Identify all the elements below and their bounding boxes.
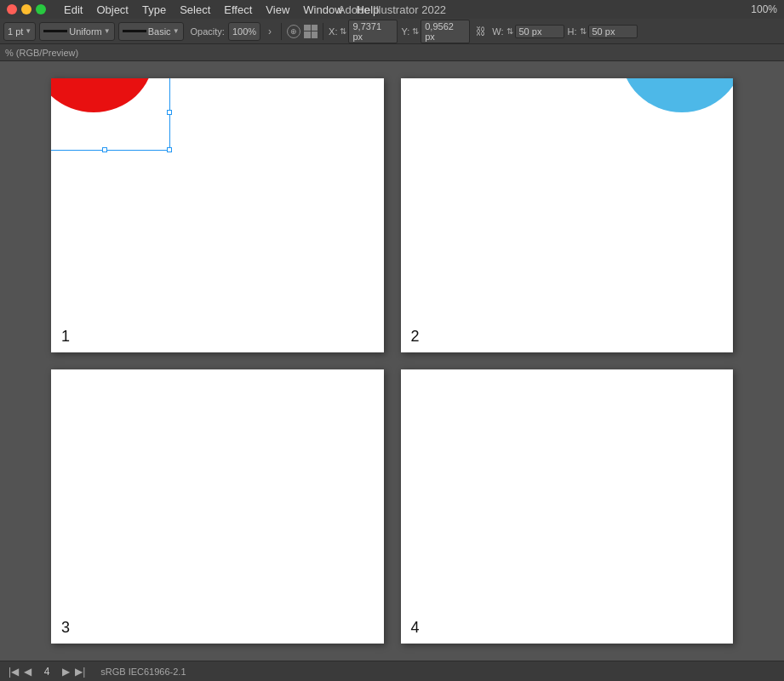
y-label: Y: [401,26,409,37]
stroke-style-label: Basic [148,26,171,37]
artboards-grid: 1 2 3 4 [0,61,784,661]
stroke-weight-value: 1 pt [8,26,23,37]
battery-level: 100% [751,3,777,15]
menu-edit[interactable]: Edit [58,2,89,18]
link-proportions-icon[interactable]: ⛓ [473,26,489,37]
artboard-wrapper-3: 3 [51,369,384,644]
h-value[interactable]: 50 px [588,25,638,38]
artboard-3[interactable]: 3 [51,369,384,644]
stroke-weight-caret: ▼ [25,27,31,35]
color-mode-bar: % (RGB/Preview) [0,44,784,61]
next-page-button[interactable]: ▶ [60,666,72,678]
stroke-style-preview [123,30,146,32]
x-label: X: [329,26,337,37]
status-bar: |◀ ◀ 4 ▶ ▶| sRGB IEC61966-2.1 [0,661,784,681]
stroke-style-control[interactable]: Basic ▼ [118,22,184,41]
opacity-value: 100% [232,26,256,37]
stroke-type-caret: ▼ [104,27,111,35]
color-mode-text: % (RGB/Preview) [5,48,78,58]
artboard-1[interactable]: 1 [51,78,384,352]
menu-object[interactable]: Object [90,2,134,18]
artboard-4-number: 4 [411,619,420,637]
w-coordinate-group: W: ⇅ 50 px [492,25,564,38]
menu-type[interactable]: Type [136,2,172,18]
x-value[interactable]: 9,7371 px [348,20,398,43]
canvas-area[interactable]: 1 2 3 4 [0,61,784,661]
artboard-wrapper-2: 2 [401,78,734,352]
page-navigation: |◀ ◀ 4 ▶ ▶| [7,666,87,678]
stroke-type-label: Uniform [69,26,102,37]
handle-bottom-right[interactable] [167,147,172,152]
x-coordinate-group: X: ⇅ 9,7371 px [329,20,398,43]
color-profile-label: sRGB IEC61966-2.1 [100,667,186,677]
red-semicircle-shape[interactable] [51,78,153,142]
current-page-number[interactable]: 4 [35,666,59,678]
x-increment-icon[interactable]: ⇅ [340,26,346,36]
toolbar: 1 pt ▼ Uniform ▼ Basic ▼ Opacity: 100% ›… [0,19,784,44]
w-increment-icon[interactable]: ⇅ [506,26,513,36]
h-increment-icon[interactable]: ⇅ [580,26,587,36]
handle-middle-right[interactable] [167,110,172,115]
artboard-wrapper-1: 1 [51,78,384,352]
menu-effect[interactable]: Effect [218,2,258,18]
title-bar: Edit Object Type Select Effect View Wind… [0,0,784,19]
w-label: W: [492,26,503,37]
menu-help[interactable]: Help [351,2,386,18]
prev-page-button[interactable]: ◀ [22,666,33,678]
opacity-control[interactable]: 100% [228,22,260,41]
title-bar-right: 100% [751,3,777,15]
w-value[interactable]: 50 px [515,25,564,38]
artboard-1-number: 1 [61,328,70,346]
traffic-lights [7,4,46,14]
h-label: H: [568,26,577,37]
minimize-button[interactable] [21,4,31,14]
last-page-button[interactable]: ▶| [73,666,87,678]
grid-icon[interactable] [304,25,318,38]
maximize-button[interactable] [36,4,46,14]
artboard-wrapper-4: 4 [401,369,734,644]
handle-bottom-middle[interactable] [102,147,107,152]
globe-icon[interactable]: ⊕ [287,25,300,38]
menu-view[interactable]: View [260,2,295,18]
title-bar-left: Edit Object Type Select Effect View Wind… [7,2,385,18]
stroke-preview [43,30,67,32]
y-value[interactable]: 0,9562 px [421,20,470,43]
toolbar-separator-1 [281,23,282,40]
artboard-3-number: 3 [61,619,70,637]
blue-semicircle-shape[interactable] [618,78,733,146]
artboard-2[interactable]: 2 [401,78,734,352]
more-options-button[interactable]: › [264,26,276,37]
toolbar-separator-2 [323,23,323,40]
artboard-4[interactable]: 4 [401,369,734,644]
opacity-label: Opacity: [191,26,225,37]
menu-bar: Edit Object Type Select Effect View Wind… [58,2,385,18]
y-coordinate-group: Y: ⇅ 0,9562 px [401,20,470,43]
close-button[interactable] [7,4,17,14]
y-increment-icon[interactable]: ⇅ [412,26,419,36]
h-coordinate-group: H: ⇅ 50 px [568,25,638,38]
stroke-style-caret: ▼ [173,27,180,35]
stroke-type-control[interactable]: Uniform ▼ [39,22,114,41]
menu-window[interactable]: Window [297,2,348,18]
stroke-weight-control[interactable]: 1 pt ▼ [3,22,36,41]
first-page-button[interactable]: |◀ [7,666,20,678]
artboard-2-number: 2 [411,328,420,346]
menu-select[interactable]: Select [174,2,216,18]
